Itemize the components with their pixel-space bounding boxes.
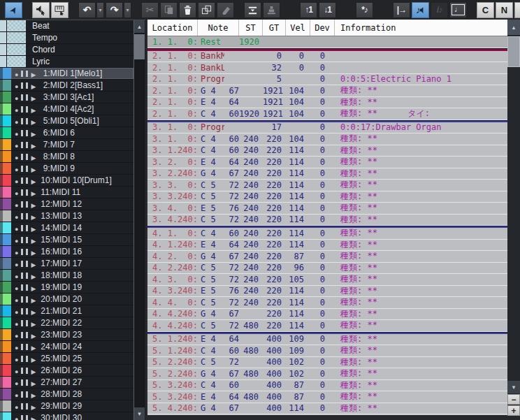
record-icon[interactable]: [15, 412, 18, 420]
record-icon[interactable]: [15, 115, 18, 127]
event-row[interactable]: 4. 4. 0:C 5722402201140種類: **: [147, 297, 507, 309]
record-icon[interactable]: [15, 150, 18, 163]
record-icon[interactable]: [15, 186, 18, 198]
cut-icon[interactable]: ✂: [141, 2, 159, 18]
scroll-up-icon[interactable]: [507, 20, 520, 35]
midi-track-row[interactable]: 18:MIDI 18: [0, 270, 133, 282]
midi-track-row[interactable]: 1:MIDI 1[Melo1]: [0, 68, 133, 80]
midi-track-row[interactable]: 19:MIDI 19: [0, 282, 133, 294]
record-icon[interactable]: [15, 198, 18, 210]
pause-icon[interactable]: [21, 94, 28, 101]
scroll-down-icon[interactable]: [134, 407, 145, 420]
event-scrollbar-track[interactable]: [507, 67, 520, 381]
midi-track-row[interactable]: 14:MIDI 14: [0, 222, 133, 234]
pause-icon[interactable]: [21, 237, 28, 243]
pause-icon[interactable]: [21, 261, 28, 267]
event-row[interactable]: 2. 1. 0:G 46719211040種類: **: [147, 85, 507, 97]
record-icon[interactable]: [15, 245, 18, 258]
play-icon[interactable]: [31, 412, 36, 420]
event-row[interactable]: 3. 1. 0:Program1700:0:17:Drawbar Organ: [147, 122, 507, 134]
midi-track-row[interactable]: 6:MIDI 6: [0, 127, 133, 139]
event-row[interactable]: 2. 1. 0:C 460192019211040種類: ** タイ:: [147, 108, 507, 120]
audition-speaker-icon[interactable]: [32, 2, 50, 18]
play-icon[interactable]: [31, 388, 36, 400]
play-note-icon[interactable]: ♪: [412, 2, 429, 18]
redo-dropdown-icon[interactable]: ▾: [124, 2, 131, 18]
midi-track-row[interactable]: 30:MIDI 30: [0, 412, 133, 420]
record-icon[interactable]: [15, 91, 18, 103]
event-row[interactable]: 3. 2. 0:E 4642402201140種類: **: [147, 157, 507, 168]
zoom-in-button[interactable]: +: [507, 405, 520, 416]
track-list-scrollbar[interactable]: [134, 20, 145, 420]
octave-down-icon[interactable]: ↓1: [319, 2, 336, 18]
midi-track-row[interactable]: 29:MIDI 29: [0, 400, 133, 412]
play-icon[interactable]: [31, 138, 36, 151]
play-icon[interactable]: [31, 281, 36, 294]
play-icon[interactable]: [31, 328, 36, 341]
midi-track-row[interactable]: 8:MIDI 8: [0, 151, 133, 163]
event-row[interactable]: 1. 1. 0:Rest1920: [147, 36, 507, 48]
event-row[interactable]: 5. 3.240:E 464480400870種類: **: [147, 391, 507, 403]
record-icon[interactable]: [15, 269, 18, 282]
record-icon[interactable]: [15, 67, 18, 80]
record-icon[interactable]: [15, 126, 18, 139]
midi-track-row[interactable]: 10:MIDI 10[Drum1]: [0, 175, 133, 187]
midi-track-row[interactable]: 28:MIDI 28: [0, 389, 133, 400]
event-row[interactable]: 4. 2.240:C 572240220960種類: **: [147, 263, 507, 275]
play-icon[interactable]: [31, 210, 36, 222]
quarter-note-box-icon[interactable]: ♩: [449, 2, 467, 18]
pause-icon[interactable]: [21, 368, 28, 374]
pause-icon[interactable]: [21, 166, 28, 172]
midi-track-row[interactable]: 20:MIDI 20: [0, 294, 133, 305]
record-icon[interactable]: [15, 388, 18, 400]
record-icon[interactable]: [15, 400, 18, 412]
midi-track-row[interactable]: 12:MIDI 12: [0, 198, 133, 210]
play-icon[interactable]: [31, 174, 36, 187]
pause-icon[interactable]: [21, 142, 28, 148]
pause-icon[interactable]: [21, 118, 28, 124]
event-row[interactable]: 3. 1. 0:C 4602402201040種類: **: [147, 133, 507, 145]
event-row[interactable]: 4. 4.240:C 5724802201140種類: **: [147, 320, 507, 332]
pause-icon[interactable]: [21, 403, 28, 410]
event-row[interactable]: 3. 3. 0:C 5722402201140種類: **: [147, 180, 507, 191]
play-icon[interactable]: [31, 293, 36, 305]
midi-track-row[interactable]: 26:MIDI 26: [0, 365, 133, 377]
record-icon[interactable]: [15, 138, 18, 151]
stamp-icon[interactable]: [263, 2, 280, 18]
record-icon[interactable]: [15, 317, 18, 329]
conductor-track-row[interactable]: Tempo: [0, 32, 133, 44]
record-icon[interactable]: [15, 352, 18, 365]
delete-icon[interactable]: [179, 2, 196, 18]
pause-icon[interactable]: [21, 249, 28, 255]
record-icon[interactable]: [15, 340, 18, 353]
event-note-icon[interactable]: *♪: [356, 2, 373, 18]
midi-track-row[interactable]: 5:MIDI 5[Obli1]: [0, 115, 133, 127]
pause-icon[interactable]: [21, 154, 28, 160]
midi-track-row[interactable]: 3:MIDI 3[Ac1]: [0, 92, 133, 103]
pause-icon[interactable]: [21, 391, 28, 398]
play-icon[interactable]: [31, 198, 36, 210]
event-list-scrollbar[interactable]: − +: [507, 20, 520, 420]
pause-icon[interactable]: [21, 201, 28, 208]
record-icon[interactable]: [15, 281, 18, 294]
pause-icon[interactable]: [21, 296, 28, 303]
paste-overlap-icon[interactable]: [198, 2, 215, 18]
play-icon[interactable]: [31, 103, 36, 115]
play-icon[interactable]: [31, 340, 36, 353]
event-row[interactable]: 3. 4. 0:E 5762402201140種類: **: [147, 203, 507, 215]
conductor-track-row[interactable]: Beat: [0, 20, 133, 32]
scroll-down-icon[interactable]: [507, 381, 520, 393]
event-row[interactable]: 5. 1.240:E 4644001090種類: **: [147, 334, 507, 346]
event-row[interactable]: 4. 4.240:G 4672201140種類: **: [147, 309, 507, 321]
play-icon[interactable]: [31, 352, 36, 365]
redo-icon[interactable]: ↷: [106, 2, 123, 18]
event-row[interactable]: 3. 1.240:C 4602402201140種類: **: [147, 145, 507, 157]
step-input-icon[interactable]: |→: [393, 2, 410, 18]
eraser-icon[interactable]: [217, 2, 234, 18]
play-icon[interactable]: [31, 317, 36, 329]
midi-track-row[interactable]: 2:MIDI 2[Bass1]: [0, 80, 133, 92]
undo-dropdown-icon[interactable]: ▾: [96, 2, 104, 18]
play-icon[interactable]: [31, 67, 36, 80]
conductor-track-row[interactable]: Lyric: [0, 56, 133, 68]
event-row[interactable]: 5. 4.240:G 4674001140種類: **: [147, 403, 507, 415]
